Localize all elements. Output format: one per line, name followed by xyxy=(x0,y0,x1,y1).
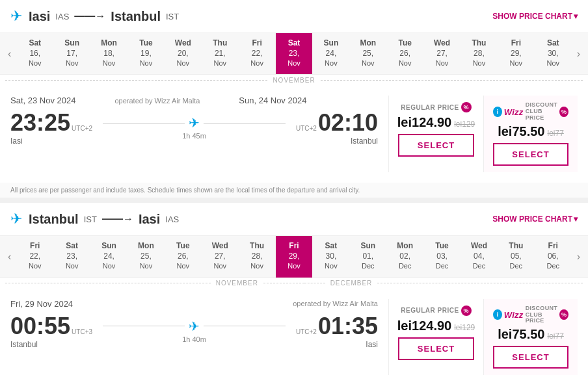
date-selector-1: ‹ Sat16,NovSun17,NovMon18,NovTue19,NovWe… xyxy=(0,33,588,75)
date-item[interactable]: Mon02,Dec xyxy=(386,236,423,277)
regular-price-2: lei124.90 xyxy=(397,318,451,333)
duration-1: 1h 45m xyxy=(182,132,206,140)
date-selector-2: ‹ Fri22,NovSat23,NovSun24,NovMon25,NovTu… xyxy=(0,236,588,278)
date-item[interactable]: Thu21,Nov xyxy=(202,33,239,74)
flight-card-1: Sat, 23 Nov 2024 operated by Wizz Air Ma… xyxy=(0,85,588,183)
date-item[interactable]: Wed27,Nov xyxy=(202,236,239,277)
date-item[interactable]: Mon25,Nov xyxy=(349,33,386,74)
date-item[interactable]: Sat23,Nov xyxy=(276,33,313,74)
date-item[interactable]: Sat16,Nov xyxy=(16,33,53,74)
date-item[interactable]: Wed20,Nov xyxy=(165,33,202,74)
show-price-chart-label-2: SHOW PRICE CHART xyxy=(492,214,572,224)
discount-price-orig-2: lei77 xyxy=(547,332,563,341)
regular-price-label-2: REGULAR PRICE xyxy=(401,307,459,314)
depart-city-2: Istanbul xyxy=(10,340,92,349)
dates-container-1: Sat16,NovSun17,NovMon18,NovTue19,NovWed2… xyxy=(16,33,571,74)
arrive-city-1: Istanbul xyxy=(296,136,378,146)
arrow-1: ——→ xyxy=(74,10,105,22)
chevron-icon-2: ▾ xyxy=(574,214,578,224)
depart-time-2: 00:55 xyxy=(10,313,70,340)
arrow-2: ——→ xyxy=(102,213,133,225)
destination-2: Iasi xyxy=(139,212,160,227)
percent-badge-1: % xyxy=(461,102,472,112)
arrive-utc-2: UTC+2 xyxy=(296,328,317,335)
date-item[interactable]: Sun24,Nov xyxy=(90,236,127,277)
date-item[interactable]: Sun24,Nov xyxy=(312,33,349,74)
month-label-row-1: NOVEMBER xyxy=(0,75,588,85)
arrive-date-1: Sun, 24 Nov 2024 xyxy=(239,96,306,105)
date-item[interactable]: Tue26,Nov xyxy=(386,33,423,74)
section1-header: ✈ Iasi IAS ——→ Istanbul IST SHOW PRICE C… xyxy=(0,0,588,33)
month-label-row-2: NOVEMBER DECEMBER xyxy=(0,278,588,289)
month-tag-nov: NOVEMBER xyxy=(211,280,263,287)
date-item[interactable]: Fri06,Dec xyxy=(535,236,572,277)
info-badge-2: i xyxy=(493,309,502,320)
date-item[interactable]: Wed04,Dec xyxy=(461,236,498,277)
show-price-chart-2[interactable]: SHOW PRICE CHART ▾ xyxy=(492,214,578,224)
prev-date-1[interactable]: ‹ xyxy=(3,44,16,64)
origin-2: Istanbul xyxy=(29,212,79,227)
arrive-time-1: 02:10 xyxy=(318,109,378,136)
date-item[interactable]: Mon25,Nov xyxy=(127,236,165,277)
arrive-city-2: Iasi xyxy=(296,340,378,349)
disclaimer: All prices are per passenger and include… xyxy=(0,183,588,198)
date-item[interactable]: Fri29,Nov xyxy=(276,236,313,277)
month-tag-dec: DECEMBER xyxy=(325,280,378,287)
dest-iata-2: IAS xyxy=(165,214,179,224)
next-date-2[interactable]: › xyxy=(572,247,585,266)
month-tag-1: NOVEMBER xyxy=(267,77,320,84)
percent-badge-disc-2: % xyxy=(559,309,568,320)
route-1: Iasi IAS ——→ Istanbul IST xyxy=(29,9,179,24)
date-item[interactable]: Sat23,Nov xyxy=(53,236,90,277)
plane-icon-flight-1: ✈ xyxy=(189,115,200,131)
regular-price-label-1: REGULAR PRICE xyxy=(401,104,459,111)
date-item[interactable]: Mon18,Nov xyxy=(90,33,127,74)
prev-date-2[interactable]: ‹ xyxy=(3,247,16,266)
regular-price-orig-1: lei129 xyxy=(454,120,475,129)
date-item[interactable]: Thu28,Nov xyxy=(239,236,276,277)
dest-iata-1: IST xyxy=(166,12,179,21)
origin-iata-1: IAS xyxy=(55,12,69,21)
date-item[interactable]: Tue19,Nov xyxy=(127,33,165,74)
regular-price-orig-2: lei129 xyxy=(454,323,475,332)
depart-utc-2: UTC+3 xyxy=(72,328,92,335)
date-item[interactable]: Fri22,Nov xyxy=(239,33,276,74)
date-item[interactable]: Fri22,Nov xyxy=(16,236,53,277)
discount-price-orig-1: lei77 xyxy=(547,129,563,138)
arrive-utc-1: UTC+2 xyxy=(296,125,317,132)
date-item[interactable]: Thu05,Dec xyxy=(498,236,535,277)
date-item[interactable]: Sun01,Dec xyxy=(349,236,386,277)
percent-badge-2: % xyxy=(461,306,472,316)
date-item[interactable]: Tue03,Dec xyxy=(423,236,461,277)
info-badge-1: i xyxy=(493,107,502,117)
select-btn-regular-2[interactable]: SELECT xyxy=(398,337,474,360)
section2-header: ✈ Istanbul IST ——→ Iasi IAS SHOW PRICE C… xyxy=(0,203,588,236)
show-price-chart-label-1: SHOW PRICE CHART xyxy=(492,12,572,21)
operated-by-2: operated by Wizz Air Malta xyxy=(293,300,378,307)
next-date-1[interactable]: › xyxy=(572,44,585,64)
date-item[interactable]: Sat30,Nov xyxy=(312,236,349,277)
depart-date-2: Fri, 29 Nov 2024 xyxy=(10,299,73,309)
discount-price-1: lei75.50 xyxy=(498,124,544,139)
date-item[interactable]: Sat30,Nov xyxy=(535,33,572,74)
select-btn-regular-1[interactable]: SELECT xyxy=(398,134,474,157)
date-item[interactable]: Wed27,Nov xyxy=(423,33,461,74)
date-item[interactable]: Sun17,Nov xyxy=(53,33,90,74)
flight-card-2: Fri, 29 Nov 2024 operated by Wizz Air Ma… xyxy=(0,289,588,377)
select-btn-discount-1[interactable]: SELECT xyxy=(493,143,568,166)
dates-container-2: Fri22,NovSat23,NovSun24,NovMon25,NovTue2… xyxy=(16,236,571,277)
select-btn-discount-2[interactable]: SELECT xyxy=(493,346,568,369)
arrive-time-2: 01:35 xyxy=(318,313,378,340)
show-price-chart-1[interactable]: SHOW PRICE CHART ▾ xyxy=(492,12,578,21)
origin-1: Iasi xyxy=(29,9,50,24)
date-item[interactable]: Tue26,Nov xyxy=(165,236,202,277)
percent-badge-disc-1: % xyxy=(559,107,568,117)
date-item[interactable]: Thu28,Nov xyxy=(461,33,498,74)
depart-date-1: Sat, 23 Nov 2024 xyxy=(10,96,75,105)
plane-icon-2: ✈ xyxy=(10,211,22,228)
date-item[interactable]: Fri29,Nov xyxy=(498,33,535,74)
route-2: Istanbul IST ——→ Iasi IAS xyxy=(29,212,179,227)
depart-time-1: 23:25 xyxy=(10,109,70,136)
discount-price-2: lei75.50 xyxy=(498,327,544,342)
chevron-icon-1: ▾ xyxy=(574,12,578,21)
